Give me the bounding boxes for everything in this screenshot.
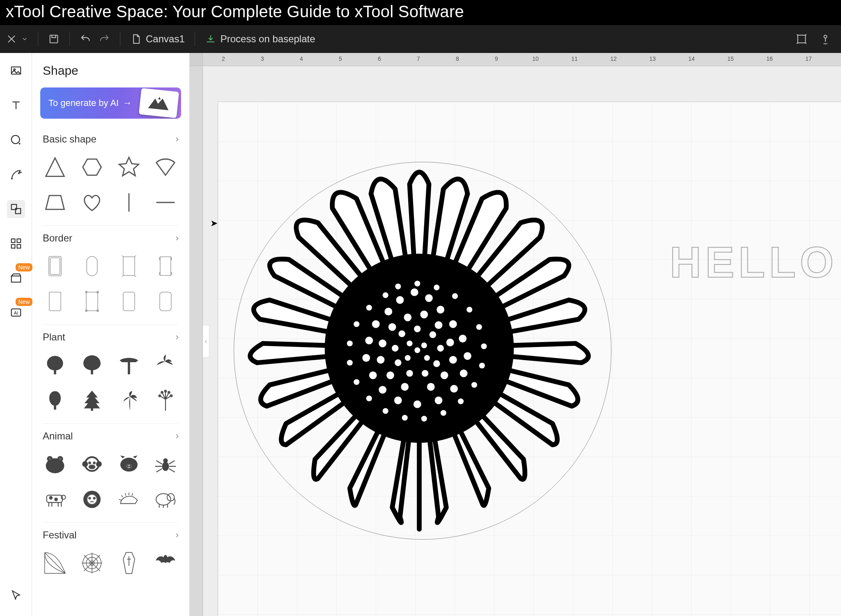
x-logo-icon xyxy=(6,33,17,45)
border-frame-5[interactable] xyxy=(41,287,69,315)
section-plant[interactable]: Plant › xyxy=(41,325,180,348)
shape-hexagon[interactable] xyxy=(78,153,106,181)
border-frame-8[interactable] xyxy=(152,287,179,315)
redo-button[interactable] xyxy=(99,33,110,45)
panel-collapse-handle[interactable]: ‹ xyxy=(203,325,209,358)
sunflower-object[interactable] xyxy=(226,151,612,545)
plant-palm-tree[interactable] xyxy=(152,351,179,379)
svg-point-97 xyxy=(398,331,405,337)
svg-point-122 xyxy=(458,398,464,404)
plant-dandelion[interactable] xyxy=(152,386,179,414)
border-frame-2[interactable] xyxy=(78,252,106,280)
undo-button[interactable] xyxy=(80,33,91,45)
shape-vline[interactable] xyxy=(115,188,143,216)
svg-point-112 xyxy=(366,305,372,310)
svg-point-80 xyxy=(379,386,386,394)
plant-pine-tree[interactable] xyxy=(78,386,106,414)
svg-point-52 xyxy=(163,458,168,463)
top-toolbar: Canvas1 Process on baseplate xyxy=(0,25,841,53)
svg-point-101 xyxy=(437,345,443,352)
save-button[interactable] xyxy=(48,33,60,45)
shape-fan[interactable] xyxy=(152,153,179,181)
chevron-right-icon: › xyxy=(176,431,179,441)
canvas-tab-label: Canvas1 xyxy=(146,33,185,45)
svg-point-35 xyxy=(165,391,166,392)
animal-cow[interactable] xyxy=(41,485,69,513)
document-icon xyxy=(130,33,142,45)
work-area[interactable]: HELLO xyxy=(218,101,841,616)
festival-spiderweb[interactable] xyxy=(78,549,106,577)
border-frame-6[interactable] xyxy=(78,287,106,315)
ai-generate-card[interactable]: To generate by AI → xyxy=(40,87,181,119)
ai-generate-label: To generate by AI xyxy=(48,98,119,108)
border-frame-4[interactable] xyxy=(152,252,179,280)
process-label: Process on baseplate xyxy=(221,33,315,45)
plant-coconut-tree[interactable] xyxy=(115,386,143,414)
canvas-stage[interactable]: ‹ ➤ xyxy=(203,66,841,616)
animal-elephant[interactable] xyxy=(152,485,179,513)
shape-star[interactable] xyxy=(115,153,143,181)
svg-rect-13 xyxy=(17,245,21,248)
canvas-tab[interactable]: Canvas1 xyxy=(130,33,185,45)
animal-spider[interactable] xyxy=(152,450,179,478)
shape-triangle[interactable] xyxy=(41,153,69,181)
go-button[interactable] xyxy=(820,33,831,45)
animal-monkey[interactable] xyxy=(78,450,106,478)
border-frame-7[interactable] xyxy=(115,287,143,315)
text-tool[interactable] xyxy=(7,97,25,115)
svg-point-34 xyxy=(168,391,170,393)
app-menu-button[interactable] xyxy=(6,33,28,45)
animal-hedgehog[interactable] xyxy=(115,485,143,513)
frame-button[interactable] xyxy=(796,33,807,45)
shapes-tool[interactable] xyxy=(7,200,25,218)
plant-round-tree[interactable] xyxy=(41,386,69,414)
border-frame-3[interactable] xyxy=(115,252,143,280)
svg-rect-30 xyxy=(160,292,171,310)
circle-tool[interactable] xyxy=(7,131,25,149)
svg-point-121 xyxy=(441,410,446,416)
projects-tool[interactable]: New xyxy=(7,269,25,287)
shape-heart[interactable] xyxy=(78,188,106,216)
svg-point-120 xyxy=(421,416,427,422)
plant-bushy-tree[interactable] xyxy=(78,351,106,379)
svg-point-115 xyxy=(347,360,353,365)
animal-pig[interactable] xyxy=(115,450,143,478)
svg-point-32 xyxy=(170,395,172,397)
svg-point-71 xyxy=(437,306,444,314)
svg-point-95 xyxy=(401,383,409,391)
festival-web-corner[interactable] xyxy=(41,549,69,577)
select-tool[interactable] xyxy=(7,586,25,605)
border-frame-1[interactable] xyxy=(41,252,69,280)
svg-rect-18 xyxy=(49,256,61,276)
animal-frog[interactable] xyxy=(41,450,69,478)
shape-hline[interactable] xyxy=(152,188,179,216)
section-festival[interactable]: Festival › xyxy=(41,523,180,546)
svg-point-46 xyxy=(89,465,95,469)
festival-bat[interactable] xyxy=(152,549,179,577)
svg-point-56 xyxy=(55,498,57,501)
svg-point-70 xyxy=(384,308,392,315)
svg-point-126 xyxy=(476,324,482,330)
process-button[interactable]: Process on baseplate xyxy=(205,33,315,45)
animal-lion[interactable] xyxy=(78,485,106,513)
svg-point-79 xyxy=(460,370,468,377)
svg-point-128 xyxy=(452,293,458,299)
chevron-right-icon: › xyxy=(176,134,179,145)
text-object[interactable]: HELLO xyxy=(670,237,838,287)
vector-tool[interactable] xyxy=(7,165,25,184)
shape-trapezoid[interactable] xyxy=(41,188,69,216)
plant-acacia-tree[interactable] xyxy=(115,351,143,379)
apps-tool[interactable] xyxy=(7,234,25,253)
section-border[interactable]: Border › xyxy=(41,226,180,249)
section-animal[interactable]: Animal › xyxy=(41,424,180,447)
canvas-viewport[interactable]: 2 3 4 5 6 7 8 9 10 11 12 13 14 15 16 17 … xyxy=(190,53,841,616)
section-basic-shape[interactable]: Basic shape › xyxy=(41,127,180,150)
chevron-right-icon: › xyxy=(176,530,179,540)
festival-coffin[interactable] xyxy=(115,549,143,577)
plant-oak-tree[interactable] xyxy=(41,351,69,379)
svg-point-33 xyxy=(161,391,163,393)
ai-tool[interactable]: AI New xyxy=(7,303,25,322)
image-tool[interactable] xyxy=(7,62,25,80)
ruler-horizontal: 2 3 4 5 6 7 8 9 10 11 12 13 14 15 16 17 … xyxy=(203,53,841,66)
svg-point-44 xyxy=(89,462,90,464)
